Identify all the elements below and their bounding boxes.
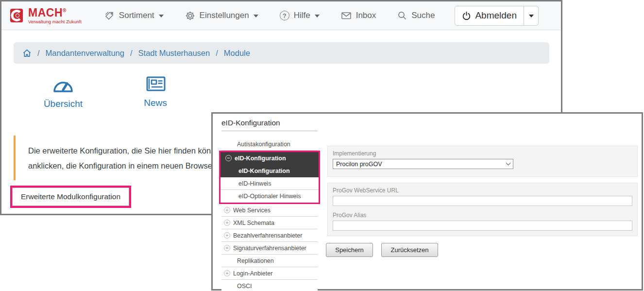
- breadcrumb-separator: /: [130, 49, 133, 58]
- tree-item-label: eID-Konfiguration: [238, 168, 290, 174]
- nav-item-hilfe[interactable]: ? Hilfe: [280, 11, 320, 20]
- logo-name: MACH®: [28, 7, 82, 18]
- tree-item-eid-hinweis[interactable]: eID-Hinweis: [220, 177, 319, 190]
- config-tree: Autistakonfiguration eID-Konfiguration e…: [221, 138, 318, 291]
- alias-label: ProGov Alias: [333, 212, 632, 219]
- nav-label: Sortiment: [119, 11, 154, 20]
- home-icon[interactable]: [22, 49, 32, 58]
- breadcrumb-stadt-musterhausen[interactable]: Stadt Musterhausen: [138, 49, 210, 58]
- tree-item-label: Replikationen: [237, 257, 274, 264]
- gauge-icon: [51, 74, 75, 95]
- logout-dropdown-button[interactable]: [524, 6, 538, 25]
- help-circle-icon: ?: [280, 11, 289, 20]
- chevron-down-icon: [315, 15, 320, 17]
- tree-item-label: eID-Optionaler Hinweis: [238, 193, 301, 200]
- envelope-icon: [341, 11, 352, 20]
- logout-label: Abmelden: [475, 10, 517, 21]
- newspaper-icon: [144, 74, 167, 94]
- progov-panel: ProGov WebService URL ProGov Alias: [327, 183, 638, 236]
- implementierung-select[interactable]: Procilon proGOV: [333, 159, 513, 169]
- module-label: Übersicht: [44, 99, 83, 109]
- nav-label: Hilfe: [294, 11, 310, 20]
- tree-item-replikationen[interactable]: Replikationen: [221, 255, 318, 267]
- plus-circle-icon[interactable]: [224, 207, 230, 213]
- tree-item-label: Bezahlverfahrensanbieter: [233, 232, 302, 239]
- module-label: News: [144, 98, 167, 108]
- tree-item-label: eID-Hinweis: [238, 180, 271, 187]
- nav-item-sortiment[interactable]: Sortiment: [104, 10, 164, 21]
- logout-button[interactable]: Abmelden: [455, 6, 524, 25]
- tree-item-label: eID-Konfiguration: [235, 155, 286, 162]
- chevron-down-icon: [254, 15, 258, 17]
- breadcrumb-mandantenverwaltung[interactable]: Mandantenverwaltung: [46, 49, 124, 58]
- tree-item-label: OSCI: [237, 283, 252, 290]
- breadcrumb-separator: /: [37, 49, 40, 58]
- tree-item-eid-optionaler-hinweis[interactable]: eID-Optionaler Hinweis: [220, 190, 319, 203]
- tag-icon: [104, 10, 115, 21]
- plus-circle-icon[interactable]: [224, 220, 230, 226]
- nav-item-inbox[interactable]: Inbox: [341, 11, 376, 20]
- tree-item-web-services[interactable]: Web Services: [221, 204, 318, 217]
- tree-item-label: Signaturverfahrensanbieter: [233, 245, 306, 252]
- implementierung-panel: Implementierung Procilon proGOV: [327, 146, 638, 177]
- webservice-url-input[interactable]: [333, 196, 632, 206]
- plus-circle-icon[interactable]: [224, 232, 230, 239]
- top-navbar: MACH® Verwaltung macht Zukunft Sortiment…: [1, 1, 561, 30]
- plus-circle-icon[interactable]: [224, 270, 230, 276]
- reset-button[interactable]: Zurücksetzen: [381, 243, 438, 257]
- highlight-box-eid-section: eID-Konfiguration eID-Konfiguration eID-…: [219, 151, 320, 204]
- nav-label: Suche: [411, 11, 435, 20]
- save-button[interactable]: Speichern: [326, 243, 373, 257]
- implementierung-label: Implementierung: [333, 150, 632, 157]
- chevron-down-icon: [506, 161, 511, 166]
- mach-logo-icon: [10, 9, 25, 22]
- main-nav: Sortiment Einstellungen ? Hilfe: [104, 10, 435, 21]
- tree-item-eid-konfiguration-child[interactable]: eID-Konfiguration: [220, 165, 319, 177]
- highlight-box-advanced-config: Erweiterte Modulkonfiguration: [10, 186, 131, 208]
- minus-circle-icon[interactable]: [225, 155, 232, 161]
- nav-item-einstellungen[interactable]: Einstellungen: [185, 11, 258, 21]
- module-uebersicht[interactable]: Übersicht: [36, 74, 90, 109]
- breadcrumb-separator: /: [216, 49, 218, 58]
- logout-split-button: Abmelden: [455, 6, 539, 26]
- logo-tagline: Verwaltung macht Zukunft: [28, 19, 82, 24]
- dialog-buttons: Speichern Zurücksetzen: [326, 243, 438, 257]
- module-news[interactable]: News: [129, 74, 182, 109]
- logo-text: MACH® Verwaltung macht Zukunft: [28, 7, 82, 24]
- tree-item-login-anbieter[interactable]: Login-Anbieter: [221, 267, 318, 280]
- nav-label: Einstellungen: [200, 11, 249, 20]
- webservice-url-label: ProGov WebService URL: [333, 187, 632, 194]
- tree-item-eid-konfiguration-parent[interactable]: eID-Konfiguration: [220, 152, 319, 165]
- tree-item-signaturverfahrensanbieter[interactable]: Signaturverfahrensanbieter: [221, 242, 318, 255]
- breadcrumb-module[interactable]: Module: [224, 49, 250, 58]
- dialog-title: eID-Konfiguration: [221, 119, 318, 131]
- plus-circle-icon[interactable]: [224, 245, 230, 251]
- registered-mark: ®: [63, 8, 67, 13]
- advanced-module-config-button[interactable]: Erweiterte Modulkonfiguration: [12, 188, 129, 206]
- tree-item-osci[interactable]: OSCI: [221, 280, 318, 291]
- chevron-down-icon: [159, 15, 164, 17]
- tree-item-label: XML Schemata: [233, 220, 274, 226]
- tree-item-label: Autistakonfiguration: [237, 141, 290, 148]
- module-tiles: Übersicht News: [36, 74, 561, 109]
- tree-item-label: Login-Anbieter: [233, 270, 272, 277]
- nav-item-suche[interactable]: Suche: [397, 11, 435, 20]
- eid-config-dialog: eID-Konfiguration Autistakonfiguration e…: [211, 112, 643, 291]
- nav-label: Inbox: [356, 11, 376, 20]
- gear-icon: [185, 11, 195, 21]
- alias-input[interactable]: [333, 221, 632, 231]
- breadcrumb: / Mandantenverwaltung / Stadt Musterhaus…: [14, 42, 549, 64]
- tree-item-autistakonfiguration[interactable]: Autistakonfiguration: [221, 138, 318, 151]
- tree-item-label: Web Services: [233, 207, 271, 214]
- chevron-down-icon: [529, 15, 534, 17]
- tree-item-xml-schemata[interactable]: XML Schemata: [221, 217, 318, 229]
- search-icon: [397, 11, 407, 20]
- implementierung-selected-value: Procilon proGOV: [336, 161, 382, 168]
- power-icon: [462, 11, 471, 20]
- mach-logo[interactable]: MACH® Verwaltung macht Zukunft: [10, 7, 82, 24]
- tree-item-bezahlverfahrensanbieter[interactable]: Bezahlverfahrensanbieter: [221, 229, 318, 242]
